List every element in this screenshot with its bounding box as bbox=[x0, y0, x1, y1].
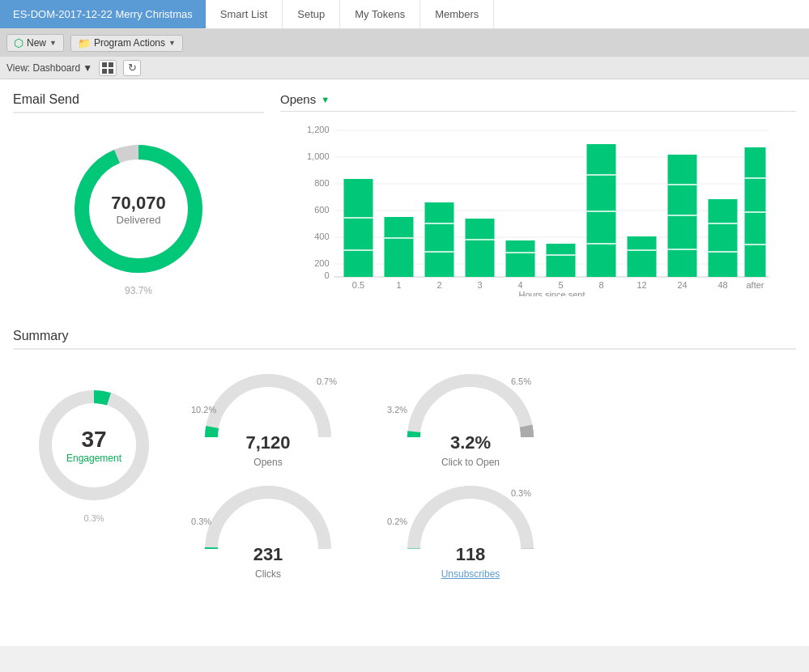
cto-half-donut: 3.2% 6.5% 3.2% bbox=[385, 372, 556, 453]
program-name: ES-DOM-2017-12-22 Merry Christmas bbox=[0, 0, 206, 28]
cto-summary-item: 3.2% 6.5% 3.2% Click to Open bbox=[385, 372, 556, 468]
svg-text:48: 48 bbox=[717, 280, 727, 290]
svg-text:600: 600 bbox=[314, 205, 329, 215]
bar-2 bbox=[425, 202, 454, 277]
program-actions-label: Program Actions bbox=[94, 37, 165, 49]
clicks-value: 231 bbox=[253, 544, 283, 565]
email-send-donut: 70,070 Delivered bbox=[66, 136, 211, 282]
svg-text:after: after bbox=[746, 280, 764, 290]
engagement-item: 37 Engagement 0.3% bbox=[13, 381, 175, 580]
grid-view-button[interactable] bbox=[99, 60, 117, 76]
clicks-label: Clicks bbox=[255, 568, 281, 580]
tab-setup[interactable]: Setup bbox=[283, 0, 340, 28]
email-send-value: 70,070 bbox=[111, 193, 165, 214]
email-send-title: Email Send bbox=[13, 92, 264, 113]
svg-text:1: 1 bbox=[396, 280, 401, 290]
engagement-value: 37 bbox=[66, 427, 121, 453]
engagement-center: 37 Engagement bbox=[66, 427, 121, 464]
refresh-button[interactable]: ↻ bbox=[123, 60, 141, 76]
cto-percent-left: 3.2% bbox=[387, 405, 407, 415]
svg-text:1,000: 1,000 bbox=[307, 151, 330, 161]
new-label: New bbox=[27, 37, 46, 49]
svg-text:800: 800 bbox=[314, 178, 329, 188]
bar-8 bbox=[587, 144, 616, 277]
unsub-value: 118 bbox=[456, 544, 486, 565]
svg-text:Hours since sent: Hours since sent bbox=[519, 290, 585, 296]
email-send-center: 70,070 Delivered bbox=[111, 193, 165, 226]
bar-5 bbox=[547, 244, 576, 277]
opens-dropdown-arrow[interactable]: ▼ bbox=[321, 95, 330, 104]
opens-center: 7,120 bbox=[245, 432, 290, 453]
opens-title: Opens ▼ bbox=[280, 92, 796, 106]
bar-3 bbox=[466, 219, 495, 277]
new-chevron: ▼ bbox=[49, 39, 57, 47]
unsub-percent-top: 0.3% bbox=[511, 488, 531, 498]
svg-rect-2 bbox=[102, 69, 107, 74]
bar-4 bbox=[506, 240, 535, 277]
svg-text:200: 200 bbox=[314, 258, 329, 268]
bar-12 bbox=[628, 236, 657, 277]
new-icon: ⬡ bbox=[14, 36, 23, 49]
tab-smart-list[interactable]: Smart List bbox=[206, 0, 283, 28]
opens-percent-left: 10.2% bbox=[191, 405, 216, 415]
unsub-label[interactable]: Unsubscribes bbox=[441, 568, 500, 580]
new-button[interactable]: ⬡ New ▼ bbox=[6, 34, 64, 52]
cto-label: Click to Open bbox=[441, 457, 500, 468]
tab-my-tokens[interactable]: My Tokens bbox=[340, 0, 420, 28]
summary-section: Summary 37 Engagement 0.3% bbox=[13, 329, 796, 596]
clicks-summary-item: 0.3% 231 Clicks bbox=[191, 484, 345, 580]
view-bar: View: Dashboard ▼ ↻ bbox=[0, 57, 809, 79]
opens-panel: Opens ▼ 1,200 1,000 800 600 400 200 0 bbox=[280, 92, 796, 304]
bar-0.5 bbox=[344, 179, 373, 277]
engagement-percent: 0.3% bbox=[83, 513, 104, 523]
opens-label: Opens bbox=[253, 457, 282, 468]
cto-value: 3.2% bbox=[450, 432, 491, 453]
svg-text:3: 3 bbox=[477, 280, 482, 290]
refresh-icon: ↻ bbox=[128, 62, 137, 74]
program-actions-chevron: ▼ bbox=[168, 39, 176, 47]
unsubscribes-summary-item: 0.2% 0.3% 118 Unsubscribes bbox=[385, 484, 556, 580]
program-actions-button[interactable]: 📁 Program Actions ▼ bbox=[70, 35, 183, 52]
main-content: Email Send 70,070 Delivered 93.7% bbox=[0, 79, 809, 646]
svg-text:2: 2 bbox=[436, 280, 441, 290]
clicks-percent-left: 0.3% bbox=[191, 517, 211, 526]
email-send-panel: Email Send 70,070 Delivered 93.7% bbox=[13, 92, 264, 304]
nav-tabs: Smart List Setup My Tokens Members bbox=[206, 0, 495, 28]
clicks-center: 231 bbox=[253, 544, 283, 565]
cto-center: 3.2% bbox=[450, 432, 491, 453]
svg-text:0: 0 bbox=[324, 270, 329, 280]
unsub-percent-left: 0.2% bbox=[387, 517, 407, 526]
title-bar: ES-DOM-2017-12-22 Merry Christmas Smart … bbox=[0, 0, 809, 29]
view-dashboard-label[interactable]: View: Dashboard ▼ bbox=[6, 62, 92, 74]
summary-title: Summary bbox=[13, 329, 796, 350]
opens-summary-item: 10.2% 0.7% 7,120 Opens bbox=[191, 372, 345, 468]
svg-text:0.5: 0.5 bbox=[352, 280, 364, 290]
opens-half-donut: 10.2% 0.7% 7,120 bbox=[191, 372, 345, 453]
bar-1 bbox=[385, 217, 414, 277]
svg-rect-0 bbox=[102, 62, 107, 67]
toolbar: ⬡ New ▼ 📁 Program Actions ▼ bbox=[0, 29, 809, 57]
email-send-donut-container: 70,070 Delivered 93.7% bbox=[13, 120, 264, 304]
svg-text:400: 400 bbox=[314, 232, 329, 241]
cto-unsub-column: 3.2% 6.5% 3.2% Click to Open bbox=[385, 372, 556, 580]
tab-members[interactable]: Members bbox=[420, 0, 494, 28]
svg-text:8: 8 bbox=[598, 280, 603, 290]
clicks-half-donut: 0.3% 231 bbox=[191, 484, 345, 565]
view-chevron: ▼ bbox=[83, 62, 92, 74]
engagement-donut: 37 Engagement bbox=[29, 381, 159, 510]
engagement-label: Engagement bbox=[66, 453, 121, 464]
cto-percent-top: 6.5% bbox=[511, 376, 531, 386]
folder-icon: 📁 bbox=[78, 37, 91, 49]
opens-percent-top: 0.7% bbox=[317, 376, 337, 386]
svg-text:4: 4 bbox=[517, 280, 522, 290]
svg-text:24: 24 bbox=[677, 280, 687, 290]
svg-text:5: 5 bbox=[558, 280, 563, 290]
svg-rect-1 bbox=[109, 62, 113, 67]
email-send-percent: 93.7% bbox=[125, 285, 152, 296]
svg-text:12: 12 bbox=[637, 280, 646, 290]
unsub-center: 118 bbox=[456, 544, 486, 565]
top-row: Email Send 70,070 Delivered 93.7% bbox=[13, 92, 796, 304]
bar-48 bbox=[709, 199, 738, 277]
svg-text:1,200: 1,200 bbox=[307, 125, 330, 134]
opens-value: 7,120 bbox=[245, 432, 290, 453]
